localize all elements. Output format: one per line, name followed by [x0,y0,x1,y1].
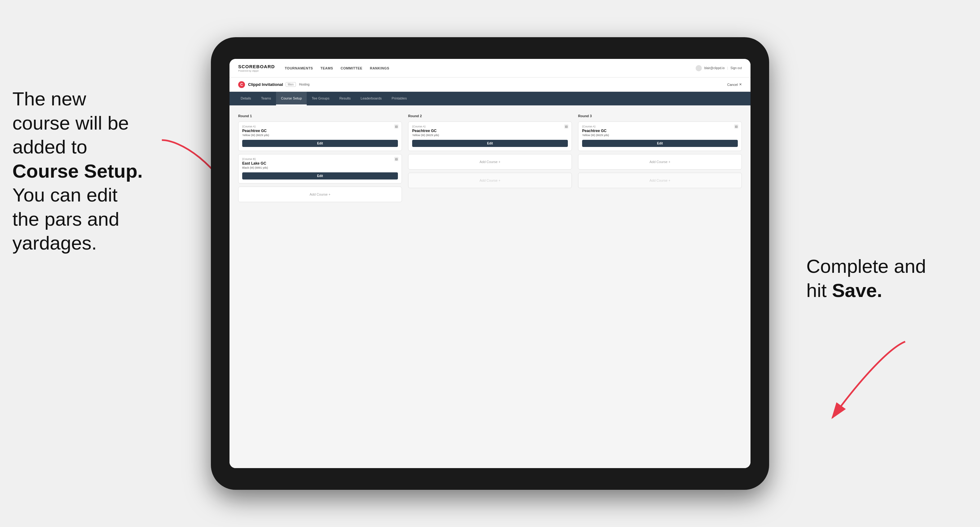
round1-course-b-tag: (Course B) [242,157,398,160]
round2-course-a-card: ⊟ (Course A) Peachtree GC Yellow (M) (66… [408,122,572,151]
round1-course-a-delete-icon[interactable]: ⊟ [394,124,399,129]
round3-extra-add-course: Add Course + [578,173,742,188]
tab-tee-groups[interactable]: Tee Groups [307,92,334,105]
cancel-button[interactable]: Cancel ✕ [727,83,742,86]
topnav-links: TOURNAMENTS TEAMS COMMITTEE RANKINGS [285,65,695,71]
round1-course-b-name: East Lake GC [242,161,398,165]
round3-add-course-text: Add Course + [649,160,670,163]
logo-sub: Powered by clippd [238,70,275,72]
round1-course-b-edit-button[interactable]: Edit [242,172,398,179]
tab-course-setup[interactable]: Course Setup [276,92,307,105]
tab-results[interactable]: Results [334,92,356,105]
tab-printables[interactable]: Printables [387,92,412,105]
round1-course-b-tee: Black (M) (6891 yds) [242,166,398,169]
sign-out-link[interactable]: Sign out [730,66,742,70]
nav-committee[interactable]: COMMITTEE [340,65,363,71]
round2-extra-add-course: Add Course + [408,173,572,188]
round2-course-a-tag: (Course A) [412,125,568,128]
nav-teams[interactable]: TEAMS [320,65,333,71]
round3-course-a-card: ⊟ (Course A) Peachtree GC Yellow (M) (66… [578,122,742,151]
tab-leaderboards[interactable]: Leaderboards [356,92,387,105]
round1-add-course-button[interactable]: Add Course + [238,187,402,202]
logo-scoreboard: SCOREBOARD [238,64,275,69]
round2-course-a-name: Peachtree GC [412,129,568,133]
round3-extra-add-text: Add Course + [649,179,670,182]
round1-course-a-tee: Yellow (M) (6629 yds) [242,133,398,137]
round2-extra-add-text: Add Course + [479,179,501,182]
annotation-left: The new course will be added to Course S… [13,87,174,255]
user-email: blair@clippd.io [704,66,725,70]
round1-add-course-text: Add Course + [310,192,331,196]
tablet-device: SCOREBOARD Powered by clippd TOURNAMENTS… [211,37,769,490]
tournament-bar: C Clippd Invitational Men Hosting Cancel… [229,78,751,92]
round1-course-a-tag: (Course A) [242,125,398,128]
rounds-grid: Round 1 ⊟ (Course A) Peachtree GC Yellow… [238,114,742,205]
round2-course-a-tee: Yellow (M) (6629 yds) [412,133,568,137]
tournament-name: Clippd Invitational [248,82,283,87]
round3-course-a-delete-icon[interactable]: ⊟ [734,124,738,129]
tournament-gender-tag: Men [286,82,296,87]
round-2-label: Round 2 [408,114,572,118]
round3-course-a-edit-button[interactable]: Edit [582,140,738,147]
round3-course-a-tag: (Course A) [582,125,738,128]
round-1-label: Round 1 [238,114,402,118]
round1-course-a-name: Peachtree GC [242,129,398,133]
logo-area: SCOREBOARD Powered by clippd [238,64,275,72]
round2-course-a-delete-icon[interactable]: ⊟ [564,124,568,129]
tab-bar: Details Teams Course Setup Tee Groups Re… [229,92,751,105]
hosting-badge: Hosting [299,83,310,86]
round3-add-course-button[interactable]: Add Course + [578,154,742,170]
nav-rankings[interactable]: RANKINGS [370,65,390,71]
round1-course-a-card: ⊟ (Course A) Peachtree GC Yellow (M) (66… [238,122,402,151]
tab-details[interactable]: Details [236,92,256,105]
topnav-right: blair@clippd.io | Sign out [695,65,742,71]
round3-course-a-tee: Yellow (M) (6629 yds) [582,133,738,137]
round2-add-course-text: Add Course + [479,160,501,163]
round2-add-course-button[interactable]: Add Course + [408,154,572,170]
round1-course-b-delete-icon[interactable]: ⊟ [394,157,399,161]
nav-tournaments[interactable]: TOURNAMENTS [285,65,313,71]
round-2-column: Round 2 ⊟ (Course A) Peachtree GC Yellow… [408,114,572,205]
top-navbar: SCOREBOARD Powered by clippd TOURNAMENTS… [229,59,751,78]
annotation-right: Complete and hit Save. [806,254,937,302]
round3-course-a-name: Peachtree GC [582,129,738,133]
round2-course-a-edit-button[interactable]: Edit [412,140,568,147]
annotation-arrow-right [813,335,912,428]
round1-course-b-card: ⊟ (Course B) East Lake GC Black (M) (689… [238,154,402,184]
tablet-screen: SCOREBOARD Powered by clippd TOURNAMENTS… [229,59,751,468]
avatar [695,65,702,71]
tournament-logo: C [238,81,245,88]
round-3-label: Round 3 [578,114,742,118]
round-1-column: Round 1 ⊟ (Course A) Peachtree GC Yellow… [238,114,402,205]
main-content: Round 1 ⊟ (Course A) Peachtree GC Yellow… [229,105,751,468]
round1-course-a-edit-button[interactable]: Edit [242,140,398,147]
tab-teams[interactable]: Teams [256,92,276,105]
round-3-column: Round 3 ⊟ (Course A) Peachtree GC Yellow… [578,114,742,205]
